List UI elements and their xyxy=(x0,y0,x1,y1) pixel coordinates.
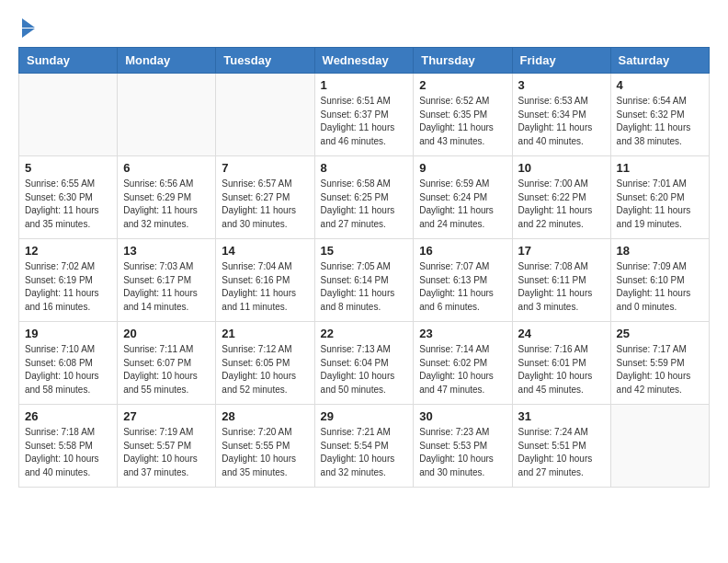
day-info: Sunrise: 6:54 AM Sunset: 6:32 PM Dayligh… xyxy=(617,95,703,148)
calendar-cell: 8Sunrise: 6:58 AM Sunset: 6:25 PM Daylig… xyxy=(314,156,414,239)
day-info: Sunrise: 7:17 AM Sunset: 5:59 PM Dayligh… xyxy=(617,343,703,396)
calendar-header-sunday: Sunday xyxy=(19,48,118,74)
day-number: 31 xyxy=(518,409,605,423)
calendar-cell: 12Sunrise: 7:02 AM Sunset: 6:19 PM Dayli… xyxy=(19,239,118,322)
day-info: Sunrise: 7:23 AM Sunset: 5:53 PM Dayligh… xyxy=(419,426,506,479)
day-info: Sunrise: 7:14 AM Sunset: 6:02 PM Dayligh… xyxy=(419,343,506,396)
day-info: Sunrise: 7:18 AM Sunset: 5:58 PM Dayligh… xyxy=(25,426,111,479)
calendar-cell: 7Sunrise: 6:57 AM Sunset: 6:27 PM Daylig… xyxy=(216,156,314,239)
day-number: 12 xyxy=(25,244,111,258)
day-info: Sunrise: 7:08 AM Sunset: 6:11 PM Dayligh… xyxy=(518,260,605,314)
day-info: Sunrise: 7:19 AM Sunset: 5:57 PM Dayligh… xyxy=(123,426,210,479)
calendar-cell: 24Sunrise: 7:16 AM Sunset: 6:01 PM Dayli… xyxy=(512,322,610,405)
calendar-cell: 1Sunrise: 6:51 AM Sunset: 6:37 PM Daylig… xyxy=(314,74,414,156)
calendar-cell: 5Sunrise: 6:55 AM Sunset: 6:30 PM Daylig… xyxy=(19,156,118,239)
calendar-cell: 13Sunrise: 7:03 AM Sunset: 6:17 PM Dayli… xyxy=(118,239,216,322)
day-info: Sunrise: 7:20 AM Sunset: 5:55 PM Dayligh… xyxy=(222,426,308,479)
calendar-cell: 2Sunrise: 6:52 AM Sunset: 6:35 PM Daylig… xyxy=(414,74,512,156)
day-number: 28 xyxy=(222,409,308,423)
day-number: 6 xyxy=(123,161,210,175)
calendar-body: 1Sunrise: 6:51 AM Sunset: 6:37 PM Daylig… xyxy=(19,74,710,488)
calendar-header-wednesday: Wednesday xyxy=(314,48,414,74)
day-info: Sunrise: 7:07 AM Sunset: 6:13 PM Dayligh… xyxy=(419,260,506,314)
day-info: Sunrise: 7:02 AM Sunset: 6:19 PM Dayligh… xyxy=(25,260,111,314)
day-info: Sunrise: 7:16 AM Sunset: 6:01 PM Dayligh… xyxy=(518,343,605,396)
day-info: Sunrise: 7:11 AM Sunset: 6:07 PM Dayligh… xyxy=(123,343,210,396)
day-number: 10 xyxy=(518,161,605,175)
day-number: 26 xyxy=(25,409,111,423)
day-number: 22 xyxy=(321,327,408,340)
day-number: 14 xyxy=(222,244,308,258)
calendar-cell: 3Sunrise: 6:53 AM Sunset: 6:34 PM Daylig… xyxy=(512,74,610,156)
day-number: 25 xyxy=(617,327,703,340)
calendar: SundayMondayTuesdayWednesdayThursdayFrid… xyxy=(18,47,710,488)
calendar-cell: 26Sunrise: 7:18 AM Sunset: 5:58 PM Dayli… xyxy=(19,405,118,488)
day-info: Sunrise: 6:58 AM Sunset: 6:25 PM Dayligh… xyxy=(321,178,408,231)
day-number: 13 xyxy=(123,244,210,258)
day-number: 24 xyxy=(518,327,605,340)
day-number: 1 xyxy=(321,78,408,92)
day-number: 7 xyxy=(222,161,308,175)
day-number: 15 xyxy=(321,244,408,258)
calendar-cell: 25Sunrise: 7:17 AM Sunset: 5:59 PM Dayli… xyxy=(610,322,709,405)
day-number: 4 xyxy=(617,78,703,92)
day-info: Sunrise: 6:55 AM Sunset: 6:30 PM Dayligh… xyxy=(25,178,111,231)
day-number: 5 xyxy=(25,161,111,175)
calendar-cell: 18Sunrise: 7:09 AM Sunset: 6:10 PM Dayli… xyxy=(610,239,709,322)
calendar-week-5: 26Sunrise: 7:18 AM Sunset: 5:58 PM Dayli… xyxy=(19,405,710,488)
calendar-cell xyxy=(118,74,216,156)
calendar-cell: 16Sunrise: 7:07 AM Sunset: 6:13 PM Dayli… xyxy=(414,239,512,322)
day-number: 11 xyxy=(617,161,703,175)
calendar-cell: 15Sunrise: 7:05 AM Sunset: 6:14 PM Dayli… xyxy=(314,239,414,322)
calendar-cell: 28Sunrise: 7:20 AM Sunset: 5:55 PM Dayli… xyxy=(216,405,314,488)
day-info: Sunrise: 7:05 AM Sunset: 6:14 PM Dayligh… xyxy=(321,260,408,314)
day-number: 19 xyxy=(25,327,111,340)
day-info: Sunrise: 7:13 AM Sunset: 6:04 PM Dayligh… xyxy=(321,343,408,396)
day-number: 16 xyxy=(419,244,506,258)
calendar-cell: 22Sunrise: 7:13 AM Sunset: 6:04 PM Dayli… xyxy=(314,322,414,405)
day-info: Sunrise: 6:52 AM Sunset: 6:35 PM Dayligh… xyxy=(419,95,506,148)
calendar-cell: 6Sunrise: 6:56 AM Sunset: 6:29 PM Daylig… xyxy=(118,156,216,239)
calendar-header-saturday: Saturday xyxy=(610,48,709,74)
day-info: Sunrise: 6:51 AM Sunset: 6:37 PM Dayligh… xyxy=(321,95,408,148)
calendar-cell: 11Sunrise: 7:01 AM Sunset: 6:20 PM Dayli… xyxy=(610,156,709,239)
day-info: Sunrise: 6:57 AM Sunset: 6:27 PM Dayligh… xyxy=(222,178,308,231)
day-number: 23 xyxy=(419,327,506,340)
day-number: 27 xyxy=(123,409,210,423)
day-info: Sunrise: 7:01 AM Sunset: 6:20 PM Dayligh… xyxy=(617,178,703,231)
day-info: Sunrise: 6:59 AM Sunset: 6:24 PM Dayligh… xyxy=(419,178,506,231)
day-info: Sunrise: 7:10 AM Sunset: 6:08 PM Dayligh… xyxy=(25,343,111,396)
calendar-week-3: 12Sunrise: 7:02 AM Sunset: 6:19 PM Dayli… xyxy=(19,239,710,322)
day-info: Sunrise: 7:03 AM Sunset: 6:17 PM Dayligh… xyxy=(123,260,210,314)
day-number: 20 xyxy=(123,327,210,340)
calendar-cell: 31Sunrise: 7:24 AM Sunset: 5:51 PM Dayli… xyxy=(512,405,610,488)
calendar-cell: 23Sunrise: 7:14 AM Sunset: 6:02 PM Dayli… xyxy=(414,322,512,405)
calendar-cell: 27Sunrise: 7:19 AM Sunset: 5:57 PM Dayli… xyxy=(118,405,216,488)
calendar-cell: 21Sunrise: 7:12 AM Sunset: 6:05 PM Dayli… xyxy=(216,322,314,405)
day-info: Sunrise: 7:12 AM Sunset: 6:05 PM Dayligh… xyxy=(222,343,308,396)
calendar-week-1: 1Sunrise: 6:51 AM Sunset: 6:37 PM Daylig… xyxy=(19,74,710,156)
calendar-header-friday: Friday xyxy=(512,48,610,74)
day-number: 29 xyxy=(321,409,408,423)
day-info: Sunrise: 7:24 AM Sunset: 5:51 PM Dayligh… xyxy=(518,426,605,479)
calendar-cell: 10Sunrise: 7:00 AM Sunset: 6:22 PM Dayli… xyxy=(512,156,610,239)
calendar-week-2: 5Sunrise: 6:55 AM Sunset: 6:30 PM Daylig… xyxy=(19,156,710,239)
day-info: Sunrise: 7:04 AM Sunset: 6:16 PM Dayligh… xyxy=(222,260,308,314)
day-number: 17 xyxy=(518,244,605,258)
calendar-cell xyxy=(610,405,709,488)
calendar-cell: 20Sunrise: 7:11 AM Sunset: 6:07 PM Dayli… xyxy=(118,322,216,405)
day-info: Sunrise: 6:56 AM Sunset: 6:29 PM Dayligh… xyxy=(123,178,210,231)
calendar-cell: 30Sunrise: 7:23 AM Sunset: 5:53 PM Dayli… xyxy=(414,405,512,488)
day-number: 30 xyxy=(419,409,506,423)
calendar-cell: 9Sunrise: 6:59 AM Sunset: 6:24 PM Daylig… xyxy=(414,156,512,239)
day-number: 9 xyxy=(419,161,506,175)
calendar-cell: 14Sunrise: 7:04 AM Sunset: 6:16 PM Dayli… xyxy=(216,239,314,322)
day-number: 2 xyxy=(419,78,506,92)
day-info: Sunrise: 7:09 AM Sunset: 6:10 PM Dayligh… xyxy=(617,260,703,314)
day-number: 21 xyxy=(222,327,308,340)
page-header xyxy=(18,18,710,38)
day-number: 18 xyxy=(617,244,703,258)
calendar-header-row: SundayMondayTuesdayWednesdayThursdayFrid… xyxy=(19,48,710,74)
day-info: Sunrise: 6:53 AM Sunset: 6:34 PM Dayligh… xyxy=(518,95,605,148)
calendar-cell: 29Sunrise: 7:21 AM Sunset: 5:54 PM Dayli… xyxy=(314,405,414,488)
